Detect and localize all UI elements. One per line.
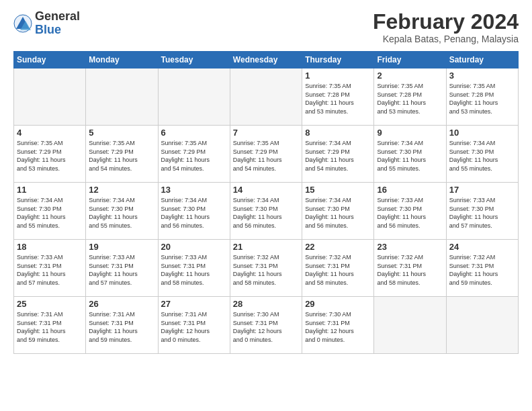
calendar-cell: 16Sunrise: 7:33 AM Sunset: 7:30 PM Dayli… (374, 183, 446, 240)
logo-icon (13, 14, 32, 33)
day-info: Sunrise: 7:35 AM Sunset: 7:29 PM Dayligh… (233, 139, 299, 173)
day-number: 7 (233, 128, 299, 138)
day-number: 15 (305, 185, 371, 195)
calendar-cell: 4Sunrise: 7:35 AM Sunset: 7:29 PM Daylig… (14, 126, 86, 183)
calendar-cell: 8Sunrise: 7:34 AM Sunset: 7:29 PM Daylig… (302, 126, 374, 183)
header-row: SundayMondayTuesdayWednesdayThursdayFrid… (14, 52, 519, 68)
calendar-cell: 28Sunrise: 7:30 AM Sunset: 7:31 PM Dayli… (230, 297, 302, 354)
day-number: 27 (161, 299, 227, 309)
day-number: 20 (161, 242, 227, 252)
day-info: Sunrise: 7:33 AM Sunset: 7:31 PM Dayligh… (161, 253, 227, 287)
calendar-cell (374, 297, 446, 354)
calendar-cell (230, 68, 302, 126)
day-info: Sunrise: 7:35 AM Sunset: 7:28 PM Dayligh… (377, 82, 443, 116)
day-info: Sunrise: 7:31 AM Sunset: 7:31 PM Dayligh… (17, 310, 83, 344)
calendar-cell: 21Sunrise: 7:32 AM Sunset: 7:31 PM Dayli… (230, 240, 302, 297)
day-info: Sunrise: 7:32 AM Sunset: 7:31 PM Dayligh… (233, 253, 299, 287)
day-info: Sunrise: 7:33 AM Sunset: 7:30 PM Dayligh… (377, 196, 443, 230)
day-info: Sunrise: 7:34 AM Sunset: 7:30 PM Dayligh… (17, 196, 83, 230)
calendar-cell: 17Sunrise: 7:33 AM Sunset: 7:30 PM Dayli… (446, 183, 518, 240)
calendar-cell (14, 68, 86, 126)
day-number: 25 (17, 299, 83, 309)
logo-general: General (35, 10, 80, 24)
logo: General Blue (13, 10, 80, 37)
day-number: 9 (377, 128, 443, 138)
calendar-cell (158, 68, 230, 126)
day-info: Sunrise: 7:31 AM Sunset: 7:31 PM Dayligh… (161, 310, 227, 344)
calendar-cell: 22Sunrise: 7:32 AM Sunset: 7:31 PM Dayli… (302, 240, 374, 297)
day-info: Sunrise: 7:33 AM Sunset: 7:31 PM Dayligh… (89, 253, 154, 287)
calendar-cell: 23Sunrise: 7:32 AM Sunset: 7:31 PM Dayli… (374, 240, 446, 297)
week-row-5: 25Sunrise: 7:31 AM Sunset: 7:31 PM Dayli… (14, 297, 519, 354)
calendar-cell: 10Sunrise: 7:34 AM Sunset: 7:30 PM Dayli… (446, 126, 518, 183)
calendar-cell: 9Sunrise: 7:34 AM Sunset: 7:30 PM Daylig… (374, 126, 446, 183)
day-info: Sunrise: 7:30 AM Sunset: 7:31 PM Dayligh… (233, 310, 299, 344)
header-friday: Friday (374, 52, 446, 68)
day-info: Sunrise: 7:34 AM Sunset: 7:30 PM Dayligh… (377, 139, 443, 173)
calendar-cell (86, 68, 158, 126)
day-number: 13 (161, 185, 227, 195)
day-number: 16 (377, 185, 443, 195)
calendar-table: SundayMondayTuesdayWednesdayThursdayFrid… (13, 51, 519, 354)
day-number: 22 (305, 242, 371, 252)
day-number: 12 (89, 185, 154, 195)
calendar-cell: 1Sunrise: 7:35 AM Sunset: 7:28 PM Daylig… (302, 68, 374, 126)
day-info: Sunrise: 7:35 AM Sunset: 7:29 PM Dayligh… (161, 139, 227, 173)
day-info: Sunrise: 7:35 AM Sunset: 7:29 PM Dayligh… (17, 139, 83, 173)
day-number: 11 (17, 185, 83, 195)
logo-text: General Blue (35, 10, 80, 37)
calendar-title: February 2024 (373, 10, 519, 34)
day-number: 24 (449, 242, 515, 252)
header: General Blue February 2024 Kepala Batas,… (13, 10, 519, 44)
day-number: 21 (233, 242, 299, 252)
day-info: Sunrise: 7:34 AM Sunset: 7:30 PM Dayligh… (161, 196, 227, 230)
calendar-cell: 3Sunrise: 7:35 AM Sunset: 7:28 PM Daylig… (446, 68, 518, 126)
day-number: 28 (233, 299, 299, 309)
day-info: Sunrise: 7:32 AM Sunset: 7:31 PM Dayligh… (377, 253, 443, 287)
day-number: 17 (449, 185, 515, 195)
calendar-cell: 24Sunrise: 7:32 AM Sunset: 7:31 PM Dayli… (446, 240, 518, 297)
day-number: 18 (17, 242, 83, 252)
day-number: 23 (377, 242, 443, 252)
day-number: 26 (89, 299, 154, 309)
calendar-cell: 7Sunrise: 7:35 AM Sunset: 7:29 PM Daylig… (230, 126, 302, 183)
calendar-cell: 18Sunrise: 7:33 AM Sunset: 7:31 PM Dayli… (14, 240, 86, 297)
day-number: 8 (305, 128, 371, 138)
calendar-cell: 20Sunrise: 7:33 AM Sunset: 7:31 PM Dayli… (158, 240, 230, 297)
day-info: Sunrise: 7:35 AM Sunset: 7:28 PM Dayligh… (449, 82, 515, 116)
header-thursday: Thursday (302, 52, 374, 68)
day-info: Sunrise: 7:34 AM Sunset: 7:30 PM Dayligh… (89, 196, 154, 230)
week-row-2: 4Sunrise: 7:35 AM Sunset: 7:29 PM Daylig… (14, 126, 519, 183)
calendar-cell: 29Sunrise: 7:30 AM Sunset: 7:31 PM Dayli… (302, 297, 374, 354)
day-info: Sunrise: 7:35 AM Sunset: 7:29 PM Dayligh… (89, 139, 154, 173)
calendar-cell: 25Sunrise: 7:31 AM Sunset: 7:31 PM Dayli… (14, 297, 86, 354)
day-info: Sunrise: 7:31 AM Sunset: 7:31 PM Dayligh… (89, 310, 154, 344)
calendar-subtitle: Kepala Batas, Penang, Malaysia (373, 34, 519, 44)
calendar-cell: 13Sunrise: 7:34 AM Sunset: 7:30 PM Dayli… (158, 183, 230, 240)
day-info: Sunrise: 7:32 AM Sunset: 7:31 PM Dayligh… (305, 253, 371, 287)
week-row-4: 18Sunrise: 7:33 AM Sunset: 7:31 PM Dayli… (14, 240, 519, 297)
day-info: Sunrise: 7:33 AM Sunset: 7:30 PM Dayligh… (449, 196, 515, 230)
day-info: Sunrise: 7:34 AM Sunset: 7:30 PM Dayligh… (449, 139, 515, 173)
day-number: 1 (305, 71, 371, 81)
week-row-1: 1Sunrise: 7:35 AM Sunset: 7:28 PM Daylig… (14, 68, 519, 126)
header-tuesday: Tuesday (158, 52, 230, 68)
calendar-page: General Blue February 2024 Kepala Batas,… (0, 0, 532, 411)
calendar-cell: 15Sunrise: 7:34 AM Sunset: 7:30 PM Dayli… (302, 183, 374, 240)
day-number: 2 (377, 71, 443, 81)
calendar-cell: 11Sunrise: 7:34 AM Sunset: 7:30 PM Dayli… (14, 183, 86, 240)
calendar-cell: 19Sunrise: 7:33 AM Sunset: 7:31 PM Dayli… (86, 240, 158, 297)
day-number: 6 (161, 128, 227, 138)
week-row-3: 11Sunrise: 7:34 AM Sunset: 7:30 PM Dayli… (14, 183, 519, 240)
day-info: Sunrise: 7:33 AM Sunset: 7:31 PM Dayligh… (17, 253, 83, 287)
calendar-cell: 26Sunrise: 7:31 AM Sunset: 7:31 PM Dayli… (86, 297, 158, 354)
day-info: Sunrise: 7:32 AM Sunset: 7:31 PM Dayligh… (449, 253, 515, 287)
header-saturday: Saturday (446, 52, 518, 68)
logo-blue: Blue (35, 24, 80, 37)
day-number: 29 (305, 299, 371, 309)
calendar-cell: 14Sunrise: 7:34 AM Sunset: 7:30 PM Dayli… (230, 183, 302, 240)
day-info: Sunrise: 7:34 AM Sunset: 7:30 PM Dayligh… (233, 196, 299, 230)
header-wednesday: Wednesday (230, 52, 302, 68)
calendar-cell: 5Sunrise: 7:35 AM Sunset: 7:29 PM Daylig… (86, 126, 158, 183)
day-number: 19 (89, 242, 154, 252)
